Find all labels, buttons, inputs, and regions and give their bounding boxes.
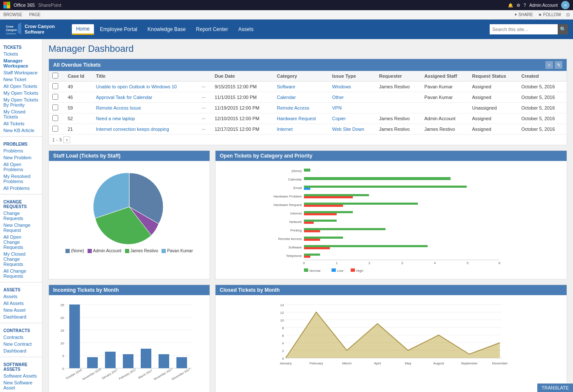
row-created: October 5, 2016 — [518, 82, 567, 92]
ribbon-page[interactable]: PAGE — [29, 12, 40, 17]
svg-text:March: March — [342, 361, 352, 365]
sidebar-link-all-problems[interactable]: All Problems — [0, 185, 42, 192]
sidebar-link-new-ticket[interactable]: New Ticket — [0, 76, 42, 83]
row-category[interactable]: Calendar — [273, 92, 329, 103]
col-created: Created — [518, 71, 567, 82]
sidebar-link-assets[interactable]: Assets — [0, 293, 42, 300]
search-button[interactable]: 🔍 — [558, 24, 568, 34]
sidebar-link-all-assets[interactable]: All Assets — [0, 300, 42, 307]
help-icon[interactable]: ? — [524, 3, 526, 8]
sidebar-link-my-closed-change[interactable]: My Closed Change Requests — [0, 251, 42, 268]
col-title: Title — [93, 71, 199, 82]
svg-rect-31 — [304, 222, 314, 224]
legend-pavan: Pavan Kumar — [162, 248, 193, 253]
open-tickets-title: Open Tickets by Category and Priority — [220, 153, 312, 159]
sidebar-link-contracts-dashboard[interactable]: Dashboard — [0, 347, 42, 354]
row-checkbox[interactable] — [52, 83, 58, 89]
follow-btn[interactable]: ★ FOLLOW — [538, 12, 561, 17]
select-all-checkbox[interactable] — [52, 73, 58, 79]
row-issue[interactable]: Windows — [329, 82, 376, 92]
table-row: 52 Need a new laptop ··· 12/10/2015 12:0… — [49, 113, 567, 124]
row-title[interactable]: Unable to open Outlook in Windows 10 — [93, 82, 199, 92]
svg-rect-24 — [304, 194, 369, 196]
sidebar-link-assets-dashboard[interactable]: Dashboard — [0, 313, 42, 320]
legend-james: James Restivo — [125, 248, 159, 253]
row-check — [49, 82, 64, 92]
row-category[interactable]: Internet — [273, 124, 329, 135]
sidebar-link-new-change[interactable]: New Change Request — [0, 222, 42, 234]
logo-text: Crow Canyon Software — [25, 24, 55, 35]
admin-account[interactable]: Admin Account — [529, 3, 558, 8]
share-btn[interactable]: ✦ SHARE — [514, 12, 533, 17]
row-checkbox[interactable] — [52, 115, 58, 121]
incoming-tickets-panel: Incoming Tickets by Month 25 20 15 10 5 … — [48, 285, 210, 392]
sidebar-link-new-kb[interactable]: New KB Article — [0, 127, 42, 134]
sidebar-link-all-tickets[interactable]: All Tickets — [0, 120, 42, 127]
row-title[interactable]: Approval Task for Calendar — [93, 92, 199, 103]
sidebar-link-contracts[interactable]: Contracts — [0, 334, 42, 341]
crow-canyon-logo-icon: Crow Canyon Software — [5, 22, 22, 37]
row-checkbox[interactable] — [52, 126, 58, 132]
top-bar: Office 365 SharePoint 🔔 ⚙ ? Admin Accoun… — [0, 0, 573, 10]
col-duedate: Due Date — [211, 71, 273, 82]
pie-chart — [87, 169, 172, 245]
sidebar-link-tickets[interactable]: Tickets — [0, 51, 42, 57]
sidebar-link-change-requests[interactable]: Change Requests — [0, 210, 42, 222]
page-title: Manager Dashboard — [48, 43, 567, 54]
row-issue[interactable]: VPN — [329, 103, 376, 113]
sidebar-link-all-open-change[interactable]: All Open Change Requests — [0, 234, 42, 251]
row-issue[interactable]: Copier — [329, 113, 376, 124]
row-title[interactable]: Internet connection keeps dropping — [93, 124, 199, 135]
sidebar-section-software: SOFTWARE ASSETS — [0, 360, 42, 372]
row-category[interactable]: Hardware Request — [273, 113, 329, 124]
row-issue[interactable]: Web Site Down — [329, 124, 376, 135]
svg-text:2: 2 — [282, 349, 284, 353]
ribbon-browse[interactable]: BROWSE — [3, 12, 22, 17]
svg-rect-38 — [304, 254, 320, 256]
row-checkbox[interactable] — [52, 104, 58, 110]
sidebar-link-problems[interactable]: Problems — [0, 147, 42, 154]
sidebar-link-my-open-tickets-priority[interactable]: My Open Tickets By Priority — [0, 96, 42, 108]
row-assigned: Pavan Kumar — [421, 92, 468, 103]
sidebar-link-staff-workspace[interactable]: Staff Workspace — [0, 69, 42, 76]
svg-text:Remote Access: Remote Access — [278, 237, 302, 241]
focus-btn[interactable]: ⊡ — [566, 12, 570, 17]
sidebar-link-all-open-problems[interactable]: All Open Problems — [0, 161, 42, 173]
search-input[interactable] — [490, 24, 558, 34]
col-requester: Requester — [376, 71, 421, 82]
row-title[interactable]: Need a new laptop — [93, 113, 199, 124]
sidebar-link-all-change[interactable]: All Change Requests — [0, 268, 42, 279]
row-check — [49, 92, 64, 103]
sidebar-link-new-asset[interactable]: New Asset — [0, 307, 42, 313]
settings-icon[interactable]: ⚙ — [516, 3, 520, 8]
nav-assets[interactable]: Assets — [234, 25, 258, 34]
sidebar-link-software-assets[interactable]: Software Assets — [0, 372, 42, 379]
sidebar-link-my-open-tickets[interactable]: My Open Tickets — [0, 90, 42, 96]
sidebar-link-manager-workspace[interactable]: Manager Workspace — [0, 57, 42, 69]
row-category[interactable]: Software — [273, 82, 329, 92]
nav-employee-portal[interactable]: Employee Portal — [96, 25, 142, 34]
legend-label-james: James Restivo — [130, 248, 159, 253]
expand-btn[interactable]: + — [545, 61, 553, 69]
sidebar-link-my-resolved-problems[interactable]: My Resolved Problems — [0, 173, 42, 185]
sidebar-link-my-closed-tickets[interactable]: My Closed Tickets — [0, 108, 42, 120]
nav-home[interactable]: Home — [72, 24, 94, 35]
row-issue[interactable]: Other — [329, 92, 376, 103]
sidebar-link-new-problem[interactable]: New Problem — [0, 154, 42, 161]
bell-icon[interactable]: 🔔 — [508, 3, 513, 8]
svg-text:14: 14 — [280, 303, 284, 307]
ribbon: BROWSE PAGE ✦ SHARE ★ FOLLOW ⊡ — [0, 10, 573, 20]
sidebar-link-new-software[interactable]: New Software Asset — [0, 379, 42, 391]
sidebar-link-all-open-tickets[interactable]: All Open Tickets — [0, 83, 42, 90]
row-category[interactable]: Remote Access — [273, 103, 329, 113]
svg-text:March 2017: March 2017 — [138, 369, 153, 380]
row-title[interactable]: Remote Access Issue — [93, 103, 199, 113]
translate-button[interactable]: TRANSLATE — [537, 384, 573, 392]
sidebar-link-new-contract[interactable]: New Contract — [0, 341, 42, 347]
nav-knowledge-base[interactable]: Knowledge Base — [143, 25, 190, 34]
staff-load-panel: Staff Load (Tickets by Staff) — [48, 150, 210, 279]
edit-btn[interactable]: ✎ — [555, 61, 562, 69]
next-page-btn[interactable]: › — [63, 136, 70, 143]
nav-report-center[interactable]: Report Center — [192, 25, 232, 34]
row-checkbox[interactable] — [52, 94, 58, 100]
